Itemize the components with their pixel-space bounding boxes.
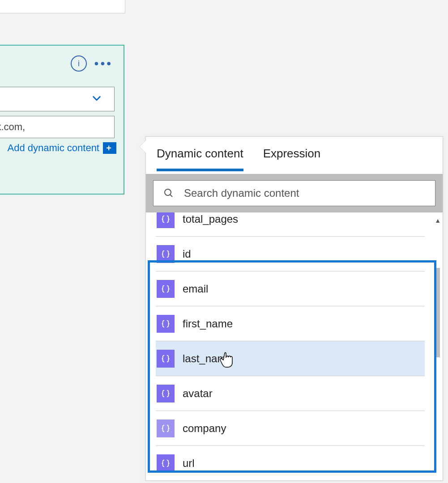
partial-card-top xyxy=(0,0,125,13)
info-icon[interactable]: i xyxy=(71,55,87,72)
more-icon[interactable]: ••• xyxy=(94,59,113,68)
scroll-up-icon[interactable]: ▲ xyxy=(435,218,441,223)
search-bar-container: Search dynamic content xyxy=(146,174,443,212)
chevron-down-icon xyxy=(92,93,102,103)
dynamic-content-list: total_pagesidemailfirst_namelast_nameava… xyxy=(156,212,425,476)
action-card-header: i ••• xyxy=(0,46,124,81)
dynamic-item-icon xyxy=(157,212,175,228)
tab-expression[interactable]: Expression xyxy=(263,147,321,171)
action-card: i ••• , see https://api.slack.com, Add d… xyxy=(0,45,124,195)
dynamic-item-label: id xyxy=(183,248,191,260)
flyout-caret-icon xyxy=(140,140,146,153)
tab-dynamic-content[interactable]: Dynamic content xyxy=(157,147,243,171)
dynamic-item-label: email xyxy=(183,283,208,295)
dynamic-item-icon xyxy=(157,385,175,402)
add-dynamic-content-link[interactable]: Add dynamic content + xyxy=(8,142,115,154)
scrollbar[interactable]: ▲ xyxy=(435,218,441,468)
search-input[interactable]: Search dynamic content xyxy=(153,180,435,206)
dynamic-item-icon xyxy=(157,454,175,472)
scroll-thumb[interactable] xyxy=(435,268,440,357)
dynamic-item-label: first_name xyxy=(183,318,233,330)
dynamic-item-url[interactable]: url xyxy=(156,446,425,476)
dynamic-item-first_name[interactable]: first_name xyxy=(156,306,425,341)
message-input[interactable]: , see https://api.slack.com, xyxy=(0,116,115,138)
dynamic-item-email[interactable]: email xyxy=(156,271,425,306)
dynamic-item-company[interactable]: company xyxy=(156,411,425,446)
message-input-value: , see https://api.slack.com, xyxy=(0,121,25,132)
dynamic-item-label: last_name xyxy=(183,352,232,365)
dynamic-item-label: avatar xyxy=(183,387,213,400)
svg-line-1 xyxy=(170,195,172,197)
dynamic-item-last_name[interactable]: last_name xyxy=(156,341,425,376)
dynamic-item-id[interactable]: id xyxy=(156,237,425,271)
search-placeholder: Search dynamic content xyxy=(184,187,299,199)
dynamic-item-avatar[interactable]: avatar xyxy=(156,376,425,411)
dynamic-item-icon xyxy=(157,245,175,263)
channel-dropdown[interactable] xyxy=(0,87,115,111)
dynamic-item-icon xyxy=(157,419,175,437)
plus-icon: + xyxy=(103,142,115,154)
dynamic-item-label: total_pages xyxy=(183,213,238,225)
add-dynamic-content-label: Add dynamic content xyxy=(8,142,99,154)
dynamic-item-label: company xyxy=(183,422,226,435)
search-icon xyxy=(163,188,174,199)
svg-point-0 xyxy=(165,189,171,195)
flyout-scroll-area: total_pagesidemailfirst_namelast_nameava… xyxy=(146,212,443,476)
dynamic-item-label: url xyxy=(183,457,195,470)
flyout-tabs: Dynamic content Expression xyxy=(146,137,443,171)
dynamic-item-total_pages[interactable]: total_pages xyxy=(156,212,425,237)
dynamic-item-icon xyxy=(157,280,175,298)
dynamic-content-flyout: Dynamic content Expression Search dynami… xyxy=(145,136,443,481)
dynamic-item-icon xyxy=(157,350,175,368)
dynamic-item-icon xyxy=(157,315,175,333)
